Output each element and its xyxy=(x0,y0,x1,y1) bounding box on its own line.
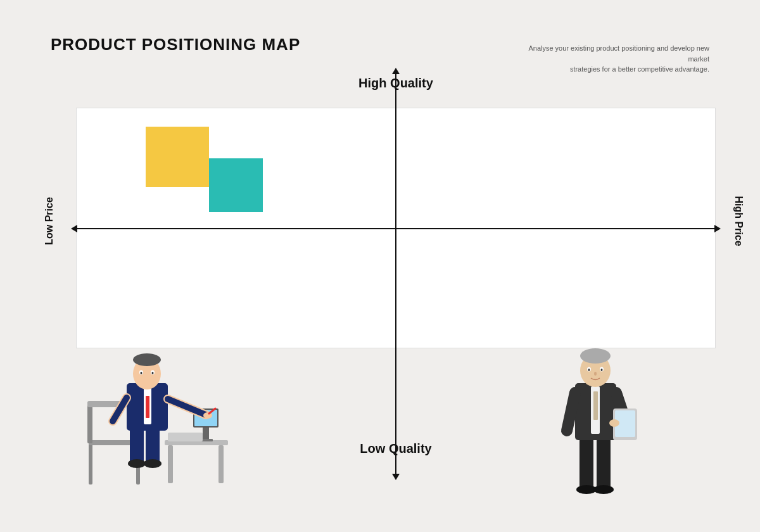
svg-point-45 xyxy=(580,348,611,364)
svg-point-15 xyxy=(128,459,146,468)
svg-line-27 xyxy=(168,399,206,415)
svg-point-25 xyxy=(152,372,154,374)
svg-point-16 xyxy=(144,459,162,468)
svg-point-43 xyxy=(609,419,619,427)
svg-rect-13 xyxy=(130,428,144,462)
svg-point-35 xyxy=(593,485,614,494)
product-yellow xyxy=(146,127,209,187)
svg-point-49 xyxy=(601,369,603,371)
svg-rect-32 xyxy=(580,437,593,488)
svg-rect-19 xyxy=(146,396,149,418)
svg-rect-10 xyxy=(203,428,209,440)
label-high-price: High Price xyxy=(732,196,744,246)
page-description: Analyse your existing product positionin… xyxy=(519,43,709,75)
svg-rect-14 xyxy=(146,428,160,462)
svg-point-21 xyxy=(133,353,161,366)
svg-point-24 xyxy=(141,372,142,374)
chart-container: High Quality Low Quality Low Price High … xyxy=(63,108,728,494)
label-low-price: Low Price xyxy=(44,197,55,245)
svg-rect-7 xyxy=(218,445,224,483)
product-teal xyxy=(209,158,263,212)
svg-point-48 xyxy=(588,369,590,371)
page-title: PRODUCT POSITIONING MAP xyxy=(51,35,300,54)
svg-rect-33 xyxy=(597,437,611,488)
person-sitting xyxy=(70,317,234,494)
svg-rect-6 xyxy=(168,445,173,483)
svg-rect-3 xyxy=(87,402,92,443)
svg-rect-0 xyxy=(89,440,92,484)
vertical-axis xyxy=(395,73,396,475)
svg-line-39 xyxy=(567,393,575,431)
svg-rect-38 xyxy=(593,391,598,420)
svg-point-50 xyxy=(594,372,597,376)
svg-rect-12 xyxy=(168,433,203,441)
person-standing xyxy=(538,310,652,494)
